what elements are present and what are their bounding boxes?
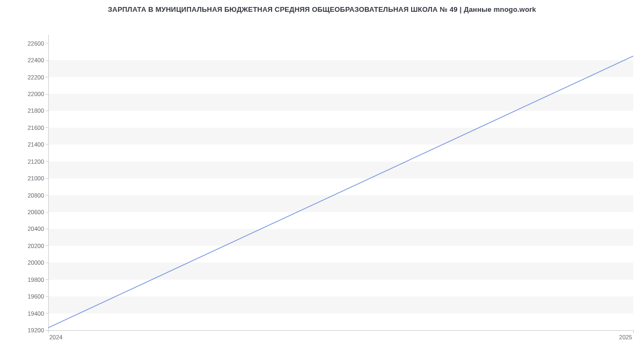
grid-band <box>48 128 633 144</box>
grid-band <box>48 229 633 245</box>
y-tick-label: 19600 <box>27 293 44 300</box>
chart-title: ЗАРПЛАТА В МУНИЦИПАЛЬНАЯ БЮДЖЕТНАЯ СРЕДН… <box>0 0 644 13</box>
x-tick-label: 2025 <box>619 334 632 340</box>
y-tick-label: 21400 <box>27 141 44 148</box>
y-tick-label: 21200 <box>27 158 44 165</box>
x-tick-label: 2024 <box>49 334 62 340</box>
y-tick-label: 22200 <box>27 74 44 81</box>
grid-band <box>48 60 633 77</box>
y-tick-label: 20000 <box>27 259 44 266</box>
y-tick-label: 20400 <box>27 226 44 232</box>
chart-svg: 1920019400196001980020000202002040020600… <box>0 13 644 349</box>
y-tick-label: 21800 <box>27 107 44 114</box>
grid-band <box>48 195 633 212</box>
y-tick-label: 19200 <box>27 327 44 333</box>
y-tick-label: 20200 <box>27 243 44 249</box>
grid-band <box>48 162 633 178</box>
y-tick-label: 22400 <box>27 57 44 63</box>
y-tick-label: 21600 <box>27 125 44 131</box>
y-tick-label: 19800 <box>27 277 44 283</box>
grid-band <box>48 263 633 279</box>
y-tick-label: 22000 <box>27 91 44 97</box>
y-tick-label: 20600 <box>27 209 44 215</box>
y-tick-label: 19400 <box>27 310 44 317</box>
salary-line-chart: ЗАРПЛАТА В МУНИЦИПАЛЬНАЯ БЮДЖЕТНАЯ СРЕДН… <box>0 0 644 349</box>
y-tick-label: 21000 <box>27 175 44 181</box>
grid-band <box>48 296 633 313</box>
y-tick-label: 20800 <box>27 192 44 199</box>
y-tick-label: 22600 <box>27 40 44 47</box>
